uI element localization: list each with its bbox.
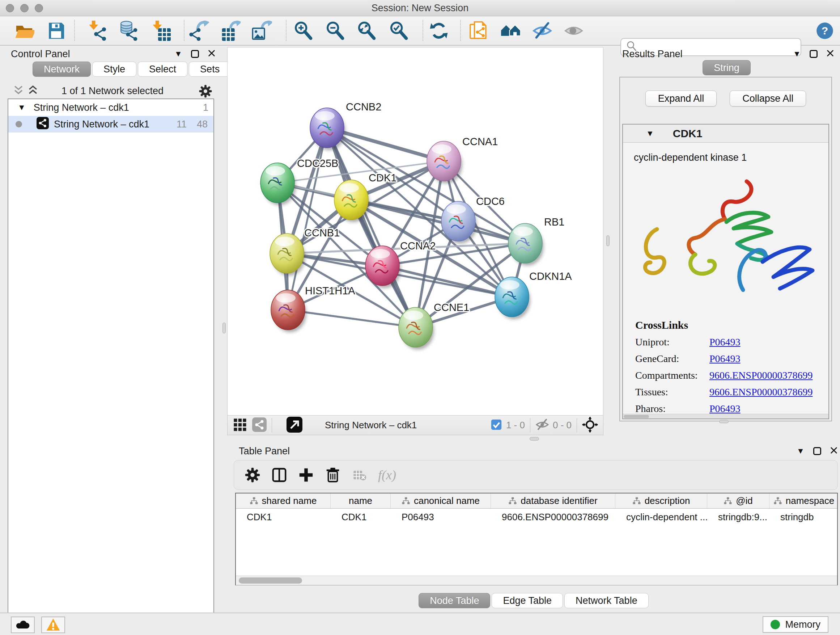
column-header-description[interactable]: description xyxy=(615,494,707,508)
network-canvas[interactable]: CCNB2CCNA1CDC25BCDK1CDC6RB1CCNB1CCNA2CDK… xyxy=(227,47,603,416)
node-CCNB2[interactable] xyxy=(310,108,346,150)
open-session-button[interactable] xyxy=(11,18,37,43)
hide-panel-button[interactable] xyxy=(529,18,555,43)
column-header-@id[interactable]: @id xyxy=(707,494,769,508)
node-description: cyclin-dependent kinase 1 xyxy=(634,152,829,163)
memory-button[interactable]: Memory xyxy=(763,616,829,633)
results-splitter-handle[interactable] xyxy=(719,420,729,423)
import-network-database-button[interactable] xyxy=(115,18,141,43)
delete-column-icon[interactable] xyxy=(319,464,346,486)
table-cell[interactable]: CDK1 xyxy=(236,509,331,525)
selected-checkbox-icon[interactable] xyxy=(490,418,502,432)
crosslink-link[interactable]: 9606.ENSP00000378699 xyxy=(709,386,813,398)
panel-close-icon[interactable] xyxy=(830,447,838,456)
node-details-header[interactable]: ▼ CDK1 xyxy=(623,125,829,143)
network-overview-icon[interactable] xyxy=(252,417,267,433)
zoom-selected-button[interactable] xyxy=(386,18,412,43)
tab-style[interactable]: Style xyxy=(92,62,136,77)
panel-maximize-icon[interactable] xyxy=(191,50,199,58)
tab-sets[interactable]: Sets xyxy=(189,62,231,77)
cloud-status-button[interactable] xyxy=(11,616,35,633)
refresh-view-button[interactable] xyxy=(426,18,452,43)
network-row[interactable]: String Network – cdk1 11 48 xyxy=(8,116,213,133)
crosslink-link[interactable]: P06493 xyxy=(709,353,741,364)
horizontal-splitter-handle[interactable] xyxy=(530,437,539,440)
results-panel: Results Panel ▼ String Expand All Collap… xyxy=(613,46,840,443)
node-CCNB1[interactable] xyxy=(270,233,305,276)
save-session-button[interactable] xyxy=(43,18,69,43)
node-CCNA1[interactable] xyxy=(427,141,462,184)
node-CDKN1A[interactable] xyxy=(495,277,531,319)
table-cell[interactable]: cyclin-dependent ... xyxy=(615,509,707,525)
table-cell[interactable]: stringdb:9... xyxy=(707,509,769,525)
crosslink-link[interactable]: P06493 xyxy=(709,403,741,415)
zoom-in-button[interactable] xyxy=(290,18,316,43)
crosslink-link[interactable]: P06493 xyxy=(709,336,741,348)
collapse-caret-icon[interactable]: ▼ xyxy=(646,129,654,138)
tab-edge-table[interactable]: Edge Table xyxy=(492,593,563,608)
left-splitter-handle[interactable] xyxy=(223,323,226,333)
node-label-CCNB2: CCNB2 xyxy=(346,101,381,112)
node-table[interactable]: shared namenamecanonical namedatabase id… xyxy=(235,493,838,585)
panel-float-icon[interactable]: ▼ xyxy=(793,49,801,59)
column-header-canonical-name[interactable]: canonical name xyxy=(391,494,491,508)
tab-node-table[interactable]: Node Table xyxy=(418,593,490,608)
network-options-gear-icon[interactable] xyxy=(198,84,213,100)
table-cell[interactable]: CDK1 xyxy=(331,509,391,525)
network-graph[interactable]: CCNB2CCNA1CDC25BCDK1CDC6RB1CCNB1CCNA2CDK… xyxy=(227,48,603,415)
crosslink-link[interactable]: 9606.ENSP00000378699 xyxy=(709,370,813,381)
tree-caret-icon[interactable]: ▼ xyxy=(18,103,26,112)
column-header-shared-name[interactable]: shared name xyxy=(236,494,331,508)
table-cell[interactable]: 9606.ENSP00000378699 xyxy=(491,509,615,525)
collapse-all-button[interactable]: Collapse All xyxy=(729,90,806,106)
table-cell[interactable]: P06493 xyxy=(391,509,491,525)
show-columns-icon[interactable] xyxy=(266,464,293,486)
tab-string[interactable]: String xyxy=(703,60,751,75)
right-splitter-handle[interactable] xyxy=(606,235,609,246)
zoom-fit-button[interactable] xyxy=(354,18,379,43)
table-options-gear-icon[interactable] xyxy=(239,464,266,486)
import-table-file-button[interactable] xyxy=(148,18,174,43)
export-table-button[interactable] xyxy=(218,18,243,43)
column-header-name[interactable]: name xyxy=(331,494,391,508)
node-HIST1H1A[interactable] xyxy=(271,290,306,333)
zoom-out-button[interactable] xyxy=(322,18,348,43)
column-header-namespace[interactable]: namespace xyxy=(769,494,838,508)
birds-eye-view-icon[interactable] xyxy=(286,417,302,434)
node-CCNE1[interactable] xyxy=(399,307,434,350)
tab-network-table[interactable]: Network Table xyxy=(564,593,649,608)
panel-maximize-icon[interactable] xyxy=(810,50,818,58)
network-collection-row[interactable]: ▼ String Network – cdk1 1 xyxy=(8,99,213,116)
network-list-header: 1 of 1 Network selected xyxy=(0,83,225,99)
fit-selected-icon[interactable] xyxy=(582,417,598,434)
node-RB1[interactable] xyxy=(508,223,544,266)
table-cell[interactable]: stringdb xyxy=(769,509,838,525)
results-scrollbar[interactable] xyxy=(623,414,829,418)
table-row[interactable]: CDK1CDK1P064939606.ENSP00000378699cyclin… xyxy=(236,509,837,525)
duplicate-network-button[interactable] xyxy=(465,18,491,43)
panel-maximize-icon[interactable] xyxy=(813,447,821,455)
table-hscrollbar[interactable] xyxy=(236,576,837,585)
import-network-file-button[interactable] xyxy=(84,18,110,43)
edge-CCNB2-CCNE1[interactable] xyxy=(327,128,416,327)
show-all-panels-button[interactable] xyxy=(498,18,524,43)
edge-HIST1H1A-CCNE1[interactable] xyxy=(288,310,416,327)
node-CDK1[interactable] xyxy=(334,180,370,222)
node-label-CCNA1: CCNA1 xyxy=(462,136,498,147)
grid-view-icon[interactable] xyxy=(233,417,247,433)
column-header-database-identifier[interactable]: database identifier xyxy=(491,494,615,508)
panel-close-icon[interactable] xyxy=(208,49,216,59)
warnings-button[interactable] xyxy=(41,616,65,633)
panel-float-icon[interactable]: ▼ xyxy=(174,49,182,59)
help-button[interactable]: ? xyxy=(812,18,838,43)
expand-all-button[interactable]: Expand All xyxy=(645,90,717,106)
panel-close-icon[interactable] xyxy=(826,49,834,59)
create-column-icon[interactable] xyxy=(293,464,319,486)
export-network-button[interactable] xyxy=(186,18,212,43)
node-CCNA2[interactable] xyxy=(365,246,401,288)
panel-float-icon[interactable]: ▼ xyxy=(797,447,805,456)
edge-CCNB2-HIST1H1A[interactable] xyxy=(288,128,327,310)
tab-network[interactable]: Network xyxy=(33,62,91,77)
export-image-button[interactable] xyxy=(249,18,275,43)
tab-select[interactable]: Select xyxy=(138,62,187,77)
